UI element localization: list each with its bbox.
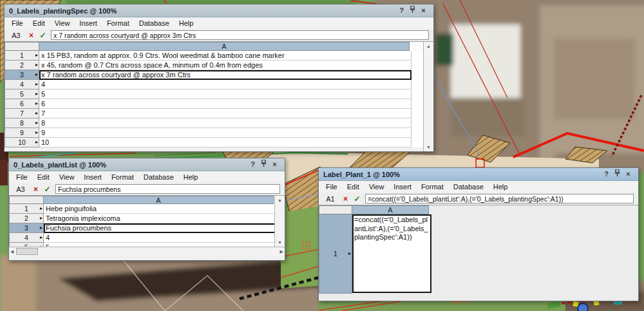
window-label-plant[interactable]: Label_Plant_1 @ 100% ? × File Edit View … xyxy=(318,167,639,301)
menu-file[interactable]: File xyxy=(16,173,28,181)
scrollbar-thumb[interactable] xyxy=(16,248,38,255)
table-row[interactable]: 2▸x 45, random @ 0.7 Ctrs across space A… xyxy=(5,61,423,70)
grid-corner[interactable] xyxy=(5,42,39,51)
table-row[interactable]: 10▸10 xyxy=(5,138,423,147)
menu-help[interactable]: Help xyxy=(179,19,194,27)
window-title: Label_Plant_1 @ 100% xyxy=(323,171,601,178)
table-row[interactable]: 5▸5 xyxy=(5,90,423,99)
column-header-a[interactable]: A xyxy=(39,42,410,51)
row-marker-icon: ▸ xyxy=(40,234,43,241)
row-marker-icon: ▸ xyxy=(40,215,43,221)
table-row[interactable]: 4▸4 xyxy=(9,233,274,243)
window-plant-list[interactable]: 0_Labels_plantList @ 100% ? × File Edit … xyxy=(8,158,285,261)
menu-database[interactable]: Database xyxy=(139,19,169,27)
table-row[interactable]: 1▸x 15 PB3, random at approx. 0.9 Ctrs. … xyxy=(5,51,423,61)
scroll-down-icon[interactable]: ▼ xyxy=(425,143,432,151)
pin-icon[interactable] xyxy=(407,5,418,16)
help-button[interactable]: ? xyxy=(247,159,258,170)
row-marker-icon: ▸ xyxy=(35,81,38,88)
menu-help[interactable]: Help xyxy=(184,173,198,181)
formula-cell[interactable]: =concat((='0_Labels_plantList':A),(='0_L… xyxy=(352,214,431,293)
pin-icon[interactable] xyxy=(258,159,269,170)
menu-insert[interactable]: Insert xyxy=(393,183,412,191)
table-row[interactable]: 1▸Hebe pinguifolia xyxy=(9,204,274,214)
vertical-scrollbar[interactable]: ▲ ▼ xyxy=(423,42,433,151)
worksheet-grid: A 1▸ =concat((='0_Labels_plantList':A),(… xyxy=(319,205,638,301)
cancel-icon[interactable]: × xyxy=(26,31,36,40)
menu-file[interactable]: File xyxy=(326,183,337,191)
window-planting-spec[interactable]: 0_Labels_plantingSpec @ 100% ? × File Ed… xyxy=(4,4,434,152)
scroll-up-icon[interactable]: ▲ xyxy=(276,196,283,204)
menu-bar: File Edit View Insert Format Database He… xyxy=(5,17,433,29)
menu-format[interactable]: Format xyxy=(107,19,129,27)
close-button[interactable]: × xyxy=(269,159,280,170)
help-button[interactable]: ? xyxy=(396,5,407,16)
cancel-icon[interactable]: × xyxy=(31,185,41,194)
table-row[interactable]: 4▸4 xyxy=(5,80,423,90)
worksheet-grid: A 1▸Hebe pinguifolia 2▸Tetragonia implex… xyxy=(9,195,285,260)
scroll-left-icon[interactable]: ◀ xyxy=(9,247,15,256)
formula-input[interactable] xyxy=(365,194,634,203)
menu-help[interactable]: Help xyxy=(493,183,508,191)
accept-icon[interactable]: ✓ xyxy=(352,194,362,203)
horizontal-scrollbar[interactable]: ◀ ▶ xyxy=(9,247,285,256)
row-marker-icon: ▸ xyxy=(35,52,38,59)
menu-edit[interactable]: Edit xyxy=(347,183,359,191)
vertical-scrollbar[interactable]: ▲ ▼ xyxy=(274,196,285,247)
titlebar[interactable]: 0_Labels_plantList @ 100% ? × xyxy=(9,158,285,171)
menu-database[interactable]: Database xyxy=(144,173,174,181)
table-row[interactable]: 6▸6 xyxy=(5,99,423,109)
menu-view[interactable]: View xyxy=(55,19,70,27)
row-marker-icon: ▸ xyxy=(35,100,38,107)
menu-edit[interactable]: Edit xyxy=(33,19,45,27)
menu-insert[interactable]: Insert xyxy=(84,173,102,181)
row-marker-icon: ▸ xyxy=(35,62,38,68)
menu-file[interactable]: File xyxy=(12,19,23,27)
menu-database[interactable]: Database xyxy=(453,183,484,191)
titlebar[interactable]: 0_Labels_plantingSpec @ 100% ? × xyxy=(5,5,433,17)
cell-reference: A3 xyxy=(12,185,29,193)
close-button[interactable]: × xyxy=(418,5,429,16)
table-row-selected[interactable]: 3▸Fuchsia procumbens xyxy=(9,223,274,233)
column-header-a[interactable]: A xyxy=(44,196,274,204)
table-row[interactable]: 2▸Tetragonia implexicoma xyxy=(9,214,274,223)
close-button[interactable]: × xyxy=(623,169,634,180)
row-marker-icon: ▸ xyxy=(40,205,43,212)
menu-view[interactable]: View xyxy=(59,173,75,181)
menu-view[interactable]: View xyxy=(369,183,384,191)
column-header-a[interactable]: A xyxy=(352,205,429,214)
row-marker-icon: ▸ xyxy=(35,120,38,126)
row-marker-icon: ▸ xyxy=(35,71,38,78)
cancel-icon[interactable]: × xyxy=(341,194,350,203)
table-row-selected[interactable]: 1▸ =concat((='0_Labels_plantList':A),(='… xyxy=(319,214,638,293)
menu-insert[interactable]: Insert xyxy=(79,19,97,27)
pin-icon[interactable] xyxy=(612,169,623,180)
accept-icon[interactable]: ✓ xyxy=(38,31,48,40)
table-row[interactable]: 9▸9 xyxy=(5,128,423,138)
grid-corner[interactable] xyxy=(319,205,352,214)
formula-bar: A1 × ✓ xyxy=(319,193,638,205)
row-marker-icon: ▸ xyxy=(40,244,43,247)
scroll-up-icon[interactable]: ▲ xyxy=(425,42,432,50)
scroll-right-icon[interactable]: ▶ xyxy=(279,247,285,256)
row-marker-icon: ▸ xyxy=(35,129,38,136)
accept-icon[interactable]: ✓ xyxy=(43,185,52,194)
menu-bar: File Edit View Insert Format Database He… xyxy=(319,181,638,193)
table-row-selected[interactable]: 3▸x 7 random across courtyard @ approx 3… xyxy=(5,70,423,80)
cell-reference: A3 xyxy=(8,32,24,39)
titlebar[interactable]: Label_Plant_1 @ 100% ? × xyxy=(319,168,638,181)
scroll-down-icon[interactable]: ▼ xyxy=(276,238,283,247)
formula-input[interactable] xyxy=(55,184,280,194)
formula-input[interactable] xyxy=(51,30,429,40)
table-row[interactable]: 7▸7 xyxy=(5,109,423,118)
window-title: 0_Labels_plantingSpec @ 100% xyxy=(9,7,396,15)
table-row[interactable]: 8▸8 xyxy=(5,118,423,128)
row-marker-icon: ▸ xyxy=(35,110,38,117)
help-button[interactable]: ? xyxy=(601,169,612,180)
menu-edit[interactable]: Edit xyxy=(37,173,50,181)
menu-format[interactable]: Format xyxy=(421,183,444,191)
grid-corner[interactable] xyxy=(9,196,44,204)
menu-format[interactable]: Format xyxy=(111,173,134,181)
maroon-edge2 xyxy=(0,160,8,185)
worksheet-grid: A 1▸x 15 PB3, random at approx. 0.9 Ctrs… xyxy=(5,41,433,151)
